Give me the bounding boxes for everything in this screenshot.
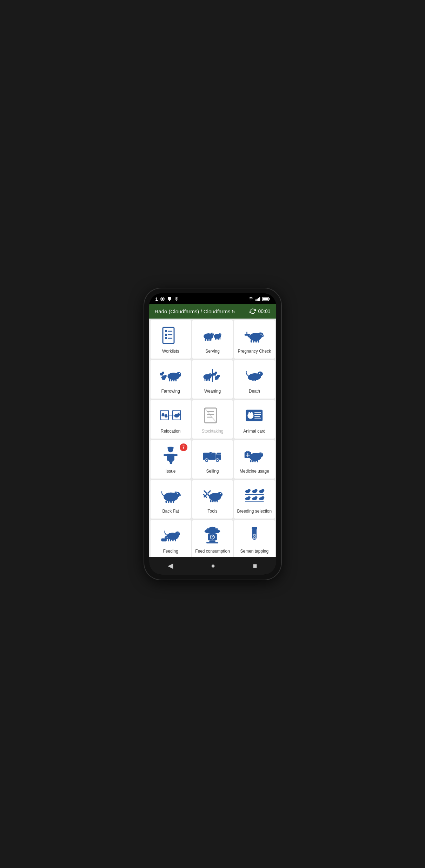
svg-point-176 [254, 496, 258, 499]
nav-home-button[interactable]: ● [204, 560, 222, 571]
svg-rect-203 [252, 527, 257, 530]
svg-rect-51 [169, 379, 170, 381]
grid-item-medicine-usage[interactable]: Medicine usage [234, 440, 274, 479]
svg-rect-7 [257, 299, 258, 301]
svg-point-111 [251, 412, 253, 415]
nav-recent-button[interactable]: ■ [246, 560, 264, 571]
issue-badge: 7 [180, 443, 187, 451]
svg-rect-139 [257, 460, 258, 462]
selling-icon [201, 446, 224, 465]
svg-rect-151 [170, 501, 172, 503]
svg-rect-138 [254, 460, 255, 462]
phone-frame: 1 [144, 288, 281, 580]
svg-rect-12 [263, 298, 268, 300]
svg-rect-44 [258, 340, 259, 343]
nav-bar: ◀ ● ■ [149, 557, 276, 575]
svg-point-156 [217, 492, 223, 497]
svg-point-134 [258, 453, 263, 458]
svg-rect-76 [217, 379, 218, 380]
svg-point-96 [162, 413, 164, 415]
svg-point-207 [255, 536, 256, 537]
grid-item-tools[interactable]: Tools [192, 480, 233, 519]
grid-item-back-fat[interactable]: Back Fat [151, 480, 191, 519]
grid-item-pregnancy-check[interactable]: Pregnancy Check [234, 320, 274, 359]
svg-rect-72 [209, 379, 210, 381]
svg-point-181 [175, 532, 180, 536]
svg-rect-184 [170, 539, 171, 541]
issue-icon [159, 446, 182, 465]
grid-item-selling[interactable]: Selling [192, 440, 233, 479]
phone-screen: 1 [149, 293, 276, 575]
grid-item-weaning[interactable]: Weaning [192, 360, 233, 399]
app-title: Rado (Cloudfarms) / Cloudfarms 5 [155, 308, 235, 314]
nav-back-button[interactable]: ◀ [161, 560, 180, 571]
tools-label: Tools [207, 509, 217, 514]
selling-label: Selling [206, 469, 219, 474]
svg-point-135 [260, 454, 261, 455]
battery-icon [262, 297, 270, 301]
svg-point-148 [180, 495, 180, 495]
svg-line-89 [255, 378, 255, 380]
svg-point-30 [220, 334, 221, 335]
svg-rect-2 [168, 297, 171, 300]
animal-card-icon [243, 406, 266, 425]
grid-item-serving[interactable]: Serving [192, 320, 233, 359]
svg-point-190 [167, 537, 168, 538]
grid-item-issue[interactable]: 7 [151, 440, 191, 479]
svg-rect-149 [166, 501, 167, 503]
animal-card-label: Animal card [243, 429, 265, 434]
grid-item-animal-card[interactable]: Animal card [234, 400, 274, 439]
svg-rect-152 [173, 501, 174, 503]
svg-rect-69 [205, 379, 206, 381]
grid-item-relocation[interactable]: Relocation [151, 400, 191, 439]
svg-point-101 [179, 413, 180, 414]
svg-point-40 [263, 335, 264, 336]
svg-point-129 [217, 460, 218, 461]
svg-rect-57 [162, 379, 163, 380]
grid-item-death[interactable]: Death [234, 360, 274, 399]
worklists-label: Worklists [162, 349, 179, 354]
signal-icon [255, 296, 260, 301]
svg-point-171 [261, 489, 265, 492]
grid-item-feeding[interactable]: Feeding [151, 520, 191, 557]
svg-point-0 [161, 298, 164, 300]
svg-rect-186 [175, 539, 176, 541]
semen-tapping-icon [243, 526, 266, 545]
pregnancy-check-label: Pregnancy Check [238, 349, 271, 354]
sim-icon [174, 296, 179, 301]
svg-rect-18 [165, 337, 167, 339]
grid-item-breeding-selection[interactable]: Breeding selection [234, 480, 274, 519]
svg-rect-58 [163, 379, 164, 380]
serving-icon [201, 326, 224, 345]
farrowing-icon [159, 366, 182, 385]
grid-item-semen-tapping[interactable]: Semen tapping [234, 520, 274, 557]
grid-item-farrowing[interactable]: Farrowing [151, 360, 191, 399]
camera-icon [160, 296, 165, 301]
svg-point-68 [211, 374, 211, 375]
notification-icon [167, 296, 172, 301]
svg-point-110 [248, 412, 250, 415]
svg-rect-121 [164, 454, 167, 456]
svg-rect-24 [205, 339, 206, 341]
svg-point-22 [212, 334, 213, 335]
svg-rect-62 [161, 375, 161, 376]
stocktaking-icon [201, 406, 224, 425]
svg-point-74 [217, 375, 220, 377]
svg-rect-32 [217, 338, 218, 340]
grid-item-feed-consumption[interactable]: Feed consumption [192, 520, 233, 557]
svg-point-98 [165, 414, 167, 416]
status-bar: 1 [149, 293, 276, 304]
svg-point-67 [208, 373, 212, 377]
svg-point-178 [261, 496, 265, 499]
grid-item-worklists[interactable]: Worklists [151, 320, 191, 359]
medicine-usage-icon [243, 446, 266, 465]
medicine-usage-label: Medicine usage [240, 469, 269, 474]
svg-point-206 [253, 536, 254, 538]
svg-rect-183 [168, 539, 169, 541]
grid-item-stocktaking[interactable]: Stocktaking [192, 400, 233, 439]
serving-label: Serving [205, 349, 220, 354]
svg-point-79 [215, 372, 217, 374]
svg-point-117 [167, 447, 174, 449]
svg-point-37 [260, 334, 261, 335]
svg-rect-42 [253, 340, 254, 343]
